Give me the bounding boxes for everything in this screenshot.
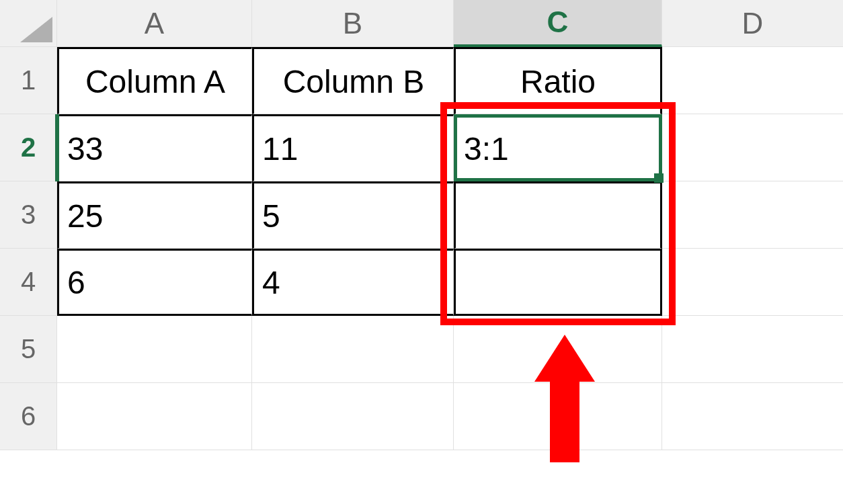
row-header-5[interactable]: 5	[0, 316, 57, 383]
cell-A4[interactable]: 6	[57, 249, 252, 316]
cell-B2[interactable]: 11	[252, 114, 454, 181]
cell-B1[interactable]: Column B	[252, 47, 454, 114]
col-header-C[interactable]: C	[454, 0, 662, 47]
cell-B3[interactable]: 5	[252, 181, 454, 249]
col-header-A[interactable]: A	[57, 0, 252, 47]
cell-C1[interactable]: Ratio	[454, 47, 662, 114]
cell-A1[interactable]: Column A	[57, 47, 252, 114]
row-header-3[interactable]: 3	[0, 181, 57, 249]
cell-D5[interactable]	[662, 316, 843, 383]
cell-D3[interactable]	[662, 181, 843, 249]
cell-B5[interactable]	[252, 316, 454, 383]
select-all-corner[interactable]	[0, 0, 57, 47]
cell-A6[interactable]	[57, 383, 252, 450]
cell-A3[interactable]: 25	[57, 181, 252, 249]
cell-C6[interactable]	[454, 383, 662, 450]
cell-C3[interactable]	[454, 181, 662, 249]
cell-D6[interactable]	[662, 383, 843, 450]
cell-C4[interactable]	[454, 249, 662, 316]
cell-B4[interactable]: 4	[252, 249, 454, 316]
cell-D1[interactable]	[662, 47, 843, 114]
row-header-4[interactable]: 4	[0, 249, 57, 316]
cell-A2[interactable]: 33	[57, 114, 252, 181]
spreadsheet-grid: A B C D 1 Column A Column B Ratio 2 33 1…	[0, 0, 843, 450]
row-header-2[interactable]: 2	[0, 114, 57, 181]
row-header-1[interactable]: 1	[0, 47, 57, 114]
col-header-B[interactable]: B	[252, 0, 454, 47]
selected-row-indicator	[55, 114, 59, 181]
cell-B6[interactable]	[252, 383, 454, 450]
cell-C5[interactable]	[454, 316, 662, 383]
col-header-D[interactable]: D	[662, 0, 843, 47]
cell-D2[interactable]	[662, 114, 843, 181]
row-header-6[interactable]: 6	[0, 383, 57, 450]
cell-C2[interactable]: 3:1	[454, 114, 662, 181]
cell-D4[interactable]	[662, 249, 843, 316]
cell-A5[interactable]	[57, 316, 252, 383]
